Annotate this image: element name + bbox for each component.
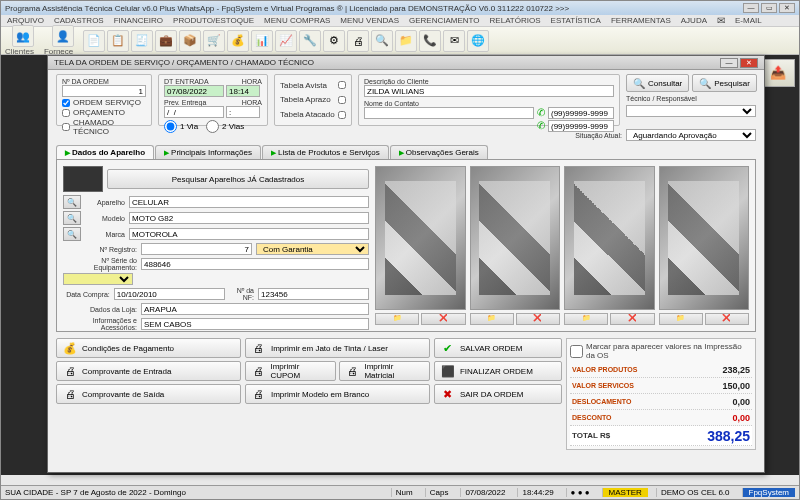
menu-item[interactable]: RELATÓRIOS [490,16,541,25]
tool-button[interactable]: 📦 [179,30,201,52]
print-cupom-button[interactable]: 🖨Imprimir CUPOM [245,361,336,381]
tool-button[interactable]: 📊 [251,30,273,52]
tool-button[interactable]: 🔍 [371,30,393,52]
fornecedores-button[interactable]: 👤 [52,25,74,47]
prev-date-input[interactable] [164,106,224,118]
menu-item[interactable]: ARQUIVO [7,16,44,25]
close-icon[interactable]: ✕ [779,3,795,13]
aparelho-lookup[interactable]: 🔍 [63,195,81,209]
tool-button[interactable]: 📋 [107,30,129,52]
contact-input[interactable] [364,107,534,119]
tool-button[interactable]: 💼 [155,30,177,52]
entry-date-input[interactable] [164,85,224,97]
radio-1via[interactable]: 1 Via [164,120,198,133]
chk-mostrar-valores[interactable]: Marcar para aparecer valores na Impressã… [570,342,752,360]
photo-delete-button[interactable]: ❌ [705,313,749,325]
tool-button[interactable]: 🔧 [299,30,321,52]
loja-input[interactable] [141,303,369,315]
tool-button[interactable]: ⚙ [323,30,345,52]
tool-button[interactable]: 📈 [275,30,297,52]
comprov-entrada-button[interactable]: 🖨Comprovante de Entrada [56,361,241,381]
email-icon: ✉ [717,15,725,26]
tab-principais-info[interactable]: ▶Principais Informações [155,145,261,159]
workarea: 📤 TELA DA ORDEM DE SERVIÇO / ORÇAMENTO /… [1,55,799,475]
chk-avista[interactable]: Tabela Avista [280,81,346,90]
tool-button[interactable]: 💰 [227,30,249,52]
chk-orcamento[interactable]: ORÇAMENTO [62,108,146,117]
phone2-input[interactable] [548,120,614,132]
sair-button[interactable]: ✖SAIR DA ORDEM [434,384,562,404]
maximize-icon[interactable]: ▭ [761,3,777,13]
menu-item[interactable]: GERENCIAMENTO [409,16,480,25]
entry-time-input[interactable] [226,85,260,97]
menu-item[interactable]: MENU COMPRAS [264,16,330,25]
chk-chamado[interactable]: CHAMADO TÉCNICO [62,118,146,136]
tool-button[interactable]: 📄 [83,30,105,52]
registro-input[interactable] [141,243,252,255]
menu-item[interactable]: MENU VENDAS [340,16,399,25]
whatsapp-icon[interactable]: ✆ [537,107,545,119]
menu-item[interactable]: E-MAIL [735,16,762,25]
garantia-select[interactable]: Com Garantia [256,243,369,255]
situation-select[interactable]: Aguardando Aprovação [626,129,756,141]
compra-input[interactable] [114,288,225,300]
search-devices-button[interactable]: Pesquisar Aparelhos JÁ Cadastrados [107,169,369,189]
tab-dados-aparelho[interactable]: ▶Dados do Aparelho [56,145,154,159]
minimize-icon[interactable]: — [743,3,759,13]
photo-delete-button[interactable]: ❌ [610,313,654,325]
modal-minimize-icon[interactable]: — [720,58,738,68]
photo-delete-button[interactable]: ❌ [516,313,560,325]
modal-close-icon[interactable]: ✕ [740,58,758,68]
chk-atacado[interactable]: Tabela Atacado [280,110,346,119]
aparelho-input[interactable] [129,196,369,208]
exit-icon[interactable]: 📤 [761,59,795,87]
radio-2vias[interactable]: 2 Vias [206,120,244,133]
client-desc-input[interactable] [364,85,614,97]
tool-button[interactable]: 📞 [419,30,441,52]
order-number-input[interactable] [62,85,146,97]
menu-item[interactable]: FERRAMENTAS [611,16,671,25]
menu-item[interactable]: CADASTROS [54,16,104,25]
menu-item[interactable]: FINANCEIRO [114,16,163,25]
chk-ordem-servico[interactable]: ORDEM SERVIÇO [62,98,146,107]
yellow-select[interactable] [63,273,133,285]
modelo-lookup[interactable]: 🔍 [63,211,81,225]
marca-input[interactable] [129,228,369,240]
print-jato-button[interactable]: 🖨Imprimir em Jato de Tinta / Laser [245,338,430,358]
photo-open-button[interactable]: 📁 [470,313,514,325]
photo-open-button[interactable]: 📁 [564,313,608,325]
tool-button[interactable]: 📁 [395,30,417,52]
info-input[interactable] [141,318,369,330]
tool-button[interactable]: 🌐 [467,30,489,52]
tecnico-select[interactable] [626,105,756,117]
menu-item[interactable]: AJUDA [681,16,707,25]
tool-button[interactable]: 🖨 [347,30,369,52]
marca-lookup[interactable]: 🔍 [63,227,81,241]
consultar-button[interactable]: 🔍Consultar [626,74,689,92]
tab-observacoes[interactable]: ▶Observações Gerais [390,145,488,159]
photo-open-button[interactable]: 📁 [659,313,703,325]
modelo-input[interactable] [129,212,369,224]
pesquisar-button[interactable]: 🔍Pesquisar [692,74,757,92]
prev-time-input[interactable] [226,106,260,118]
serie-input[interactable] [141,258,369,270]
phone1-input[interactable] [548,107,614,119]
photo-open-button[interactable]: 📁 [375,313,419,325]
condicoes-button[interactable]: 💰Condições de Pagamento [56,338,241,358]
finalizar-button[interactable]: ⬛FINALIZAR ORDEM [434,361,562,381]
tab-produtos-servicos[interactable]: ▶Lista de Produtos e Serviços [262,145,389,159]
print-matricial-button[interactable]: 🖨Imprimir Matricial [339,361,430,381]
comprov-saida-button[interactable]: 🖨Comprovante de Saída [56,384,241,404]
print-branco-button[interactable]: 🖨Imprimir Modelo em Branco [245,384,430,404]
clientes-button[interactable]: 👥 [12,25,34,47]
tool-button[interactable]: 🧾 [131,30,153,52]
chk-aprazo[interactable]: Tabela Aprazo [280,95,346,104]
whatsapp-icon[interactable]: ✆ [537,120,545,132]
tool-button[interactable]: 🛒 [203,30,225,52]
menu-item[interactable]: ESTATÍSTICA [551,16,601,25]
tool-button[interactable]: ✉ [443,30,465,52]
menu-item[interactable]: PRODUTO/ESTOQUE [173,16,254,25]
photo-delete-button[interactable]: ❌ [421,313,465,325]
salvar-button[interactable]: ✔SALVAR ORDEM [434,338,562,358]
nf-input[interactable] [258,288,369,300]
